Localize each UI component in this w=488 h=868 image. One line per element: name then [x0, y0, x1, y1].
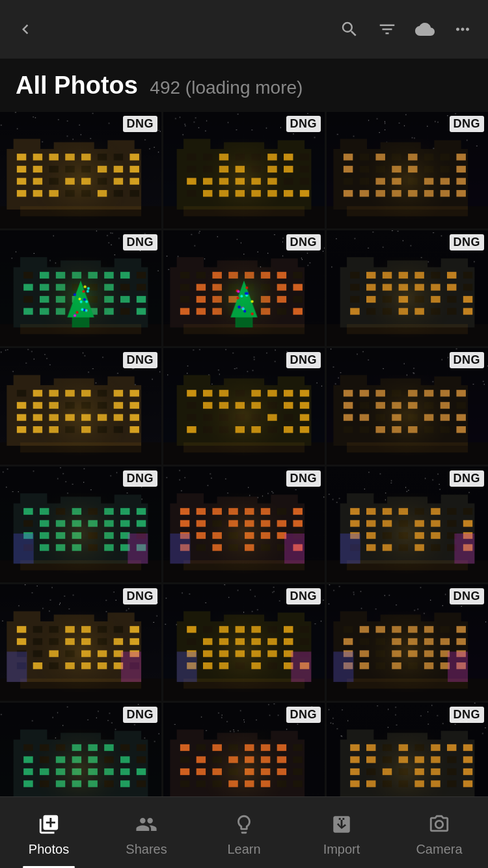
- photo-cell[interactable]: DNG: [0, 230, 161, 347]
- tab-camera-label: Camera: [416, 842, 462, 857]
- photo-cell[interactable]: DNG: [0, 348, 161, 465]
- tab-learn-label: Learn: [227, 842, 260, 857]
- photo-count: 492 (loading more): [150, 77, 303, 98]
- learn-icon: [233, 813, 255, 838]
- tab-photos[interactable]: Photos: [0, 797, 98, 868]
- dng-badge: DNG: [450, 352, 485, 368]
- dng-badge: DNG: [450, 234, 485, 251]
- import-icon: [331, 813, 353, 838]
- top-bar-right: [340, 20, 472, 39]
- tab-camera[interactable]: Camera: [390, 797, 488, 868]
- dng-badge: DNG: [286, 588, 321, 604]
- search-button[interactable]: [340, 20, 359, 39]
- photo-cell[interactable]: DNG: [163, 348, 325, 465]
- dng-badge: DNG: [123, 352, 158, 368]
- dng-badge: DNG: [286, 707, 321, 723]
- photo-cell[interactable]: DNG: [327, 348, 488, 465]
- photo-cell[interactable]: DNG: [163, 467, 325, 583]
- photo-cell[interactable]: DNG: [0, 584, 161, 701]
- dng-badge: DNG: [123, 707, 158, 723]
- tab-import[interactable]: Import: [293, 797, 390, 868]
- photo-cell[interactable]: DNG: [327, 467, 488, 583]
- dng-badge: DNG: [286, 470, 321, 487]
- dng-badge: DNG: [450, 470, 485, 487]
- cloud-button[interactable]: [415, 20, 435, 39]
- tab-learn[interactable]: Learn: [195, 797, 293, 868]
- tab-import-label: Import: [323, 842, 360, 857]
- dng-badge: DNG: [450, 588, 485, 604]
- tab-shares-label: Shares: [126, 842, 167, 857]
- dng-badge: DNG: [286, 352, 321, 368]
- dng-badge: DNG: [286, 234, 321, 251]
- page-header: All Photos 492 (loading more): [0, 59, 488, 110]
- tab-shares[interactable]: Shares: [98, 797, 195, 868]
- photo-cell[interactable]: DNG: [0, 112, 161, 228]
- camera-icon: [428, 813, 450, 838]
- photo-cell[interactable]: DNG: [163, 230, 325, 347]
- photo-cell[interactable]: DNG: [327, 230, 488, 347]
- more-button[interactable]: [453, 20, 472, 39]
- dng-badge: DNG: [450, 116, 485, 132]
- photo-cell[interactable]: DNG: [0, 467, 161, 583]
- photo-grid: DNGDNGDNGDNGDNGDNGDNGDNGDNGDNGDNGDNGDNGD…: [0, 110, 488, 821]
- dng-badge: DNG: [123, 234, 158, 251]
- shares-icon: [135, 813, 157, 838]
- page-title: All Photos: [16, 72, 138, 99]
- dng-badge: DNG: [286, 116, 321, 132]
- tab-bar: Photos Shares Learn Import: [0, 796, 488, 868]
- filter-button[interactable]: [377, 20, 397, 39]
- photos-icon: [38, 813, 60, 838]
- dng-badge: DNG: [123, 470, 158, 487]
- photo-cell[interactable]: DNG: [163, 584, 325, 701]
- dng-badge: DNG: [450, 707, 485, 723]
- photo-cell[interactable]: DNG: [327, 584, 488, 701]
- tab-photos-label: Photos: [29, 842, 69, 857]
- photo-cell[interactable]: DNG: [163, 112, 325, 228]
- photo-cell[interactable]: DNG: [327, 112, 488, 228]
- back-button[interactable]: [16, 20, 35, 39]
- dng-badge: DNG: [123, 116, 158, 132]
- top-bar-left: [16, 20, 35, 39]
- top-nav-bar: [0, 0, 488, 59]
- dng-badge: DNG: [123, 588, 158, 604]
